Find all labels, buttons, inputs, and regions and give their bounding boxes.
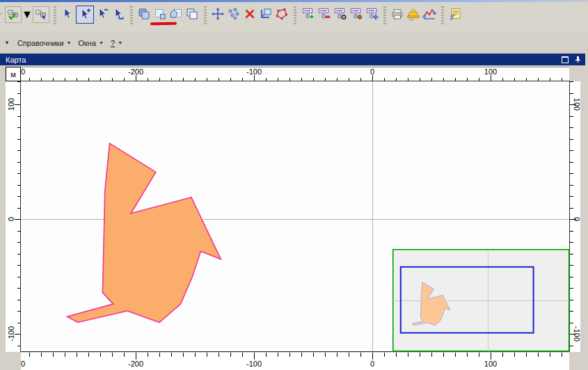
add-station-icon[interactable] (300, 6, 315, 22)
restore-icon (562, 56, 569, 63)
create-shape-icon[interactable] (136, 6, 152, 22)
toolbar-separator (441, 6, 444, 24)
ruler-bottom: -300-200-1000100 (21, 353, 569, 370)
ruler-label: -100 (246, 67, 262, 76)
toolbar-separator (204, 6, 207, 24)
toolbar-separator (383, 6, 386, 24)
print-icon[interactable] (390, 6, 405, 22)
ruler-label: 0 (7, 217, 15, 221)
ruler-label: 0 (370, 67, 374, 76)
ruler-label: 100 (484, 360, 497, 368)
ruler-label: 0 (573, 217, 580, 221)
ruler-label: 100 (573, 98, 580, 111)
clipped-icon[interactable] (1, 6, 4, 22)
dropdown-caret-icon[interactable]: ▼ (22, 8, 33, 21)
restore-button[interactable] (560, 55, 570, 64)
helmet-icon[interactable] (406, 6, 421, 22)
map-canvas[interactable] (20, 81, 570, 352)
main-toolbar: ▼ (0, 2, 588, 32)
paste-shape-icon[interactable] (168, 6, 184, 22)
select-objects-icon[interactable] (5, 6, 22, 23)
copy-shape-icon[interactable] (152, 6, 168, 22)
edit-vertices-icon[interactable] (226, 6, 241, 22)
ruler-label: 0 (370, 360, 374, 368)
menu-bar: ▼ Справочники▼Окна▼?▼ (0, 32, 588, 54)
map-panel-titlebar: Карта (0, 54, 585, 65)
ruler-label: -300 (21, 67, 25, 76)
zoom-extent-icon[interactable] (258, 6, 273, 22)
station-properties-icon[interactable] (332, 6, 347, 22)
map-drawing (20, 81, 570, 352)
move-station-icon[interactable] (364, 6, 379, 22)
menu-item-directories[interactable]: Справочники▼ (14, 37, 75, 49)
move-tool-icon[interactable] (210, 6, 225, 22)
profile-chart-icon[interactable] (422, 6, 437, 22)
select-add-tool-icon[interactable] (76, 6, 94, 24)
menu-caret-icon: ▼ (118, 40, 122, 45)
delete-icon[interactable] (242, 6, 257, 22)
ruler-unit-box: м (6, 67, 21, 81)
map-panel-title: Карта (0, 56, 560, 64)
remove-station-icon[interactable] (316, 6, 331, 22)
ruler-left: 1000-100 (6, 81, 21, 352)
menu-item-label: Справочники (17, 39, 64, 47)
ruler-label: -200 (128, 67, 143, 76)
menu-item-label: Окна (79, 39, 97, 47)
select-remove-tool-icon[interactable] (95, 6, 110, 22)
menu-item-help[interactable]: ?▼ (107, 37, 126, 49)
ruler-label: -100 (7, 326, 15, 341)
menu-caret-icon: ▼ (67, 40, 72, 45)
toolbar-separator (54, 6, 56, 24)
ruler-label: 100 (7, 98, 15, 111)
menubar-overflow-icon[interactable]: ▼ (3, 40, 14, 46)
ruler-label: -100 (246, 360, 262, 368)
pin-icon (575, 56, 581, 63)
ruler-label: -200 (128, 360, 143, 368)
pin-button[interactable] (573, 55, 582, 64)
ruler-label: -300 (21, 360, 25, 368)
menu-item-windows[interactable]: Окна▼ (75, 37, 108, 49)
select-with-cursor-icon[interactable] (33, 6, 49, 23)
toolbar-separator (294, 6, 296, 24)
notes-icon[interactable] (447, 6, 463, 22)
intersect-shapes-icon[interactable] (184, 6, 200, 22)
ruler-label: -100 (573, 326, 580, 341)
edit-polygon-icon[interactable] (274, 6, 289, 22)
station-terrain-icon[interactable] (348, 6, 363, 22)
menu-caret-icon: ▼ (99, 40, 104, 45)
red-underline-annotation (150, 22, 177, 26)
ruler-top: -300-200-1000100 (21, 67, 569, 82)
select-tool-icon[interactable] (60, 6, 75, 22)
minimap[interactable] (393, 250, 569, 351)
toolbar-separator (130, 6, 133, 24)
menu-item-label: ? (111, 39, 115, 47)
ruler-right: 1000-100 (570, 81, 580, 352)
ruler-label: 100 (484, 67, 497, 76)
select-drag-tool-icon[interactable] (111, 6, 126, 22)
